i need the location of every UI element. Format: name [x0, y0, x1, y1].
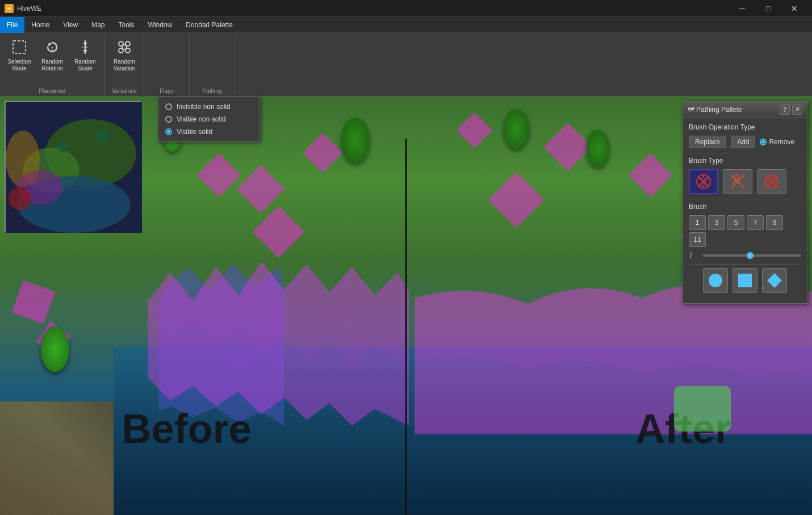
flag-visible-non-solid-label: Visible non solid	[177, 115, 226, 123]
remove-option: Remove	[760, 138, 794, 146]
brush-shape-diamond[interactable]	[762, 268, 787, 293]
remove-radio[interactable]	[760, 139, 767, 145]
random-scale-icon	[77, 39, 93, 57]
brush-shape-square[interactable]	[733, 268, 757, 293]
close-button[interactable]: ✕	[781, 0, 807, 17]
palette-help-button[interactable]: ?	[780, 104, 790, 115]
brush-type-row	[689, 169, 801, 194]
random-scale-button[interactable]: RandomScale	[69, 35, 101, 76]
minimap[interactable]	[5, 101, 141, 232]
window-controls: ─ □ ✕	[729, 0, 807, 17]
random-rotation-button[interactable]: RandomRotation	[36, 35, 68, 76]
variations-section: RandomVariation Variations	[105, 33, 144, 96]
selection-mode-icon	[11, 39, 27, 57]
minimize-button[interactable]: ─	[729, 0, 755, 17]
radio-invisible	[165, 103, 172, 110]
brush-type-3-icon	[763, 173, 781, 191]
svg-rect-0	[13, 41, 26, 53]
brush-type-2[interactable]	[723, 169, 752, 194]
pink-marker-4	[252, 206, 304, 258]
menu-item-file[interactable]: File	[0, 17, 24, 33]
brush-sizes-row: 1 3 5 7 9 11	[689, 215, 801, 247]
brush-size-3[interactable]: 3	[708, 215, 725, 230]
flag-visible-non-solid[interactable]: Visible non solid	[158, 113, 259, 125]
palette-divider-2	[689, 199, 801, 199]
random-rotation-label: RandomRotation	[41, 58, 63, 72]
flags-content	[148, 35, 186, 77]
placement-section: SelectionMode RandomRotation	[0, 33, 105, 96]
brush-size-11[interactable]: 11	[689, 232, 706, 247]
brush-slider-row: 7	[689, 252, 801, 259]
titlebar: H HiveWE ─ □ ✕	[0, 0, 812, 17]
pathing-palette-header: 🗺 Pathing Pallete ? ✕	[683, 102, 807, 118]
random-variation-icon	[116, 39, 132, 57]
menu-item-tools[interactable]: Tools	[112, 17, 141, 33]
brush-size-5[interactable]: 5	[727, 215, 744, 230]
brush-slider[interactable]	[702, 254, 801, 257]
menu-item-view[interactable]: View	[56, 17, 85, 33]
variations-label: Variations	[105, 88, 144, 94]
pathing-palette-title-row: 🗺 Pathing Pallete	[688, 106, 742, 114]
pathing-palette-body: Brush Operation Type Replace Add Remove …	[683, 118, 807, 303]
palette-divider-3	[689, 264, 801, 265]
diamond-shape-icon	[766, 272, 783, 289]
pathing-palette-panel: 🗺 Pathing Pallete ? ✕ Brush Operation Ty…	[683, 101, 807, 304]
random-variation-button[interactable]: RandomVariation	[108, 35, 140, 76]
brush-size-7[interactable]: 7	[747, 215, 764, 230]
flags-section: Flags	[144, 33, 190, 96]
brush-operation-row: Replace Add Remove	[689, 136, 801, 148]
random-variation-label: RandomVariation	[114, 58, 136, 72]
brush-slider-thumb	[747, 252, 754, 259]
brush-type-1-icon	[694, 173, 713, 191]
flag-invisible-non-solid[interactable]: Invisible non solid	[158, 101, 259, 113]
circle-shape-icon	[707, 272, 724, 289]
toolbar: SelectionMode RandomRotation	[0, 33, 812, 97]
radio-visible-solid	[165, 128, 172, 135]
maximize-button[interactable]: □	[755, 0, 781, 17]
add-button[interactable]: Add	[731, 136, 755, 148]
minimap-svg	[6, 102, 142, 233]
brush-shapes-row	[689, 268, 801, 293]
tree-7	[41, 326, 69, 372]
svg-point-23	[58, 143, 67, 152]
variations-buttons: RandomVariation	[108, 35, 140, 76]
palette-icon: 🗺	[688, 106, 694, 113]
brush-size-title: Brush	[689, 203, 801, 211]
svg-marker-4	[83, 41, 87, 44]
svg-marker-5	[83, 50, 87, 53]
brush-shape-circle[interactable]	[703, 268, 728, 293]
brush-type-1[interactable]	[689, 169, 718, 194]
brush-size-9[interactable]: 9	[766, 215, 783, 230]
menu-item-home[interactable]: Home	[24, 17, 56, 33]
flags-dropdown: Invisible non solid Visible non solid Vi…	[158, 97, 260, 142]
flag-invisible-label: Invisible non solid	[177, 103, 231, 111]
app-icon: H	[5, 4, 14, 13]
replace-button[interactable]: Replace	[689, 136, 726, 148]
palette-close-button[interactable]: ✕	[792, 104, 802, 115]
placement-buttons: SelectionMode RandomRotation	[3, 35, 101, 76]
palette-divider-1	[689, 153, 801, 153]
pink-marker-after-5	[457, 112, 493, 149]
brush-type-2-icon	[729, 173, 747, 191]
pathing-section: Pathing	[190, 33, 235, 96]
menu-item-map[interactable]: Map	[85, 17, 111, 33]
brush-type-title: Brush Type	[689, 157, 801, 165]
random-rotation-icon	[44, 39, 60, 57]
pink-marker-2	[303, 132, 343, 173]
flag-visible-solid-label: Visible solid	[177, 128, 212, 136]
pathing-content	[193, 35, 231, 77]
flag-visible-solid[interactable]: Visible solid	[158, 125, 259, 138]
selection-mode-label: SelectionMode	[7, 58, 31, 72]
minimap-content	[6, 102, 140, 231]
radio-visible-non-solid	[165, 116, 172, 123]
menu-item-doodad-palette[interactable]: Doodad Palette	[179, 17, 240, 33]
brush-type-3[interactable]	[757, 169, 786, 194]
flags-label: Flags	[144, 88, 189, 94]
menu-item-window[interactable]: Window	[141, 17, 179, 33]
main-area: Before After	[0, 97, 812, 515]
brush-size-1[interactable]: 1	[689, 215, 706, 230]
selection-mode-button[interactable]: SelectionMode	[3, 35, 35, 76]
square-shape-icon	[736, 272, 754, 289]
map-area[interactable]: Before After	[0, 97, 812, 515]
svg-marker-38	[767, 273, 782, 288]
